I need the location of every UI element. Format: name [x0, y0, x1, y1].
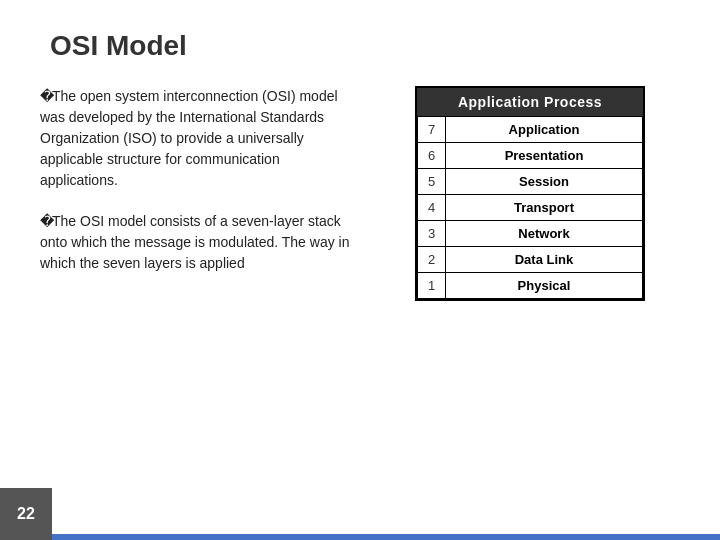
layer-row: 5Session [418, 169, 643, 195]
layer-row: 7Application [418, 117, 643, 143]
layer-number: 6 [418, 143, 446, 169]
osi-layers-table: 7Application6Presentation5Session4Transp… [417, 116, 643, 299]
layer-label: Application [446, 117, 643, 143]
layer-label: Network [446, 221, 643, 247]
layer-number: 2 [418, 247, 446, 273]
slide: OSI Model � The open system interconnect… [0, 0, 720, 540]
layer-label: Data Link [446, 247, 643, 273]
layer-number: 3 [418, 221, 446, 247]
layer-label: Physical [446, 273, 643, 299]
layer-row: 3Network [418, 221, 643, 247]
bottom-blue-bar [52, 534, 720, 540]
layer-number: 7 [418, 117, 446, 143]
layer-row: 2Data Link [418, 247, 643, 273]
paragraph-1-text: The open system interconnection (OSI) mo… [40, 88, 338, 188]
layer-label: Session [446, 169, 643, 195]
page-number-box: 22 [0, 488, 52, 540]
layer-row: 4Transport [418, 195, 643, 221]
layer-row: 1Physical [418, 273, 643, 299]
paragraph-2: � The OSI model consists of a seven-laye… [40, 211, 360, 274]
diagram-column: Application Process 7Application6Present… [380, 86, 680, 301]
slide-title: OSI Model [50, 30, 680, 62]
page-number: 22 [17, 505, 35, 523]
osi-diagram: Application Process 7Application6Present… [415, 86, 645, 301]
layer-number: 4 [418, 195, 446, 221]
paragraph-2-text: The OSI model consists of a seven-layer … [40, 213, 349, 271]
layer-label: Presentation [446, 143, 643, 169]
layer-label: Transport [446, 195, 643, 221]
layer-row: 6Presentation [418, 143, 643, 169]
layer-number: 1 [418, 273, 446, 299]
bullet-2: � [40, 211, 52, 232]
bullet-1: � [40, 86, 52, 107]
content-area: � The open system interconnection (OSI) … [40, 86, 680, 301]
layer-number: 5 [418, 169, 446, 195]
text-column: � The open system interconnection (OSI) … [40, 86, 360, 301]
app-process-header: Application Process [417, 88, 643, 116]
paragraph-1: � The open system interconnection (OSI) … [40, 86, 360, 191]
